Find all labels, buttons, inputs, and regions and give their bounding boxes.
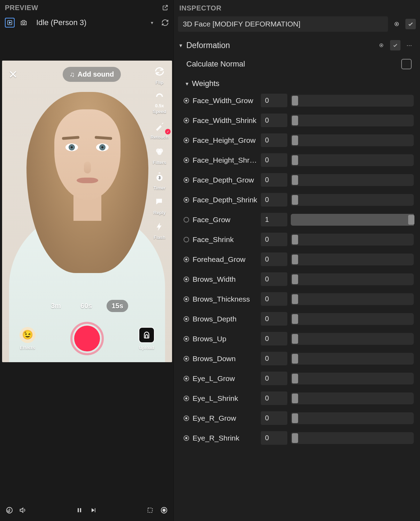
add-sound-button[interactable]: ♫ Add sound	[63, 67, 121, 82]
weight-value-input[interactable]: 0	[261, 133, 287, 147]
weight-slider[interactable]	[291, 214, 414, 226]
weight-radio[interactable]	[184, 98, 189, 103]
slider-thumb[interactable]	[292, 413, 298, 423]
weight-value-input[interactable]: 0	[261, 252, 287, 266]
slider-thumb[interactable]	[292, 394, 298, 403]
slider-thumb[interactable]	[408, 215, 414, 225]
slider-thumb[interactable]	[292, 334, 298, 344]
keyframe-icon[interactable]	[376, 40, 387, 50]
weight-value-input[interactable]: 0	[261, 332, 287, 345]
weight-radio[interactable]	[184, 415, 189, 421]
preview-source-dropdown[interactable]: Idle (Person 3) ▾	[33, 16, 157, 29]
weight-value-input[interactable]: 0	[261, 94, 287, 107]
weight-radio[interactable]	[184, 217, 189, 223]
duration-60s[interactable]: 60s	[76, 300, 97, 312]
weight-slider[interactable]	[291, 134, 414, 146]
side-tool-timer[interactable]: 3Timer	[153, 172, 165, 191]
slider-thumb[interactable]	[292, 195, 298, 205]
weight-radio[interactable]	[184, 257, 189, 262]
weight-slider[interactable]	[291, 432, 414, 444]
weight-value-input[interactable]: 0	[261, 173, 287, 187]
weight-radio[interactable]	[184, 336, 189, 342]
side-tool-flash[interactable]: Flash	[154, 222, 165, 240]
slider-thumb[interactable]	[292, 294, 298, 304]
crop-icon[interactable]	[146, 506, 154, 516]
record-button[interactable]	[70, 322, 104, 355]
side-tool-filters[interactable]: Filters	[153, 146, 166, 165]
close-icon[interactable]: ✕	[8, 68, 18, 81]
slider-thumb[interactable]	[292, 135, 298, 145]
weight-value-input[interactable]: 0	[261, 292, 287, 306]
weight-slider[interactable]	[291, 154, 414, 166]
side-tool-retouch[interactable]: Retouch	[150, 121, 169, 140]
preview-mode-photo-icon[interactable]	[19, 18, 29, 28]
weight-slider[interactable]	[291, 95, 414, 107]
duration-15s[interactable]: 15s	[107, 300, 128, 312]
chevron-down-icon[interactable]: ▾	[186, 80, 188, 87]
weight-slider[interactable]	[291, 174, 414, 186]
apply-check-icon[interactable]	[405, 19, 416, 29]
weight-radio[interactable]	[184, 356, 189, 361]
weight-radio[interactable]	[184, 296, 189, 302]
weight-value-input[interactable]: 0	[261, 431, 287, 445]
weight-slider[interactable]	[291, 313, 414, 325]
slider-thumb[interactable]	[292, 116, 298, 125]
weight-slider[interactable]	[291, 373, 414, 384]
weight-value-input[interactable]: 1	[261, 213, 287, 226]
pause-icon[interactable]	[76, 507, 83, 516]
weight-slider[interactable]	[291, 234, 414, 246]
apply-check-icon[interactable]	[390, 40, 400, 50]
weight-value-input[interactable]: 0	[261, 272, 287, 286]
weight-value-input[interactable]: 0	[261, 352, 287, 365]
weight-value-input[interactable]: 0	[261, 114, 287, 127]
weight-radio[interactable]	[184, 157, 189, 163]
calculate-normal-checkbox[interactable]	[401, 59, 412, 69]
slider-thumb[interactable]	[292, 155, 298, 165]
next-icon[interactable]	[90, 507, 97, 516]
slider-thumb[interactable]	[292, 314, 298, 324]
weight-value-input[interactable]: 0	[261, 312, 287, 326]
upload-button[interactable]: Upload	[139, 327, 155, 350]
slider-thumb[interactable]	[292, 274, 298, 284]
object-name-field[interactable]: 3D Face [MODIFY DEFORMATION]	[178, 16, 388, 32]
weight-radio[interactable]	[184, 197, 189, 203]
weight-radio[interactable]	[184, 435, 189, 441]
volume-icon[interactable]	[19, 506, 26, 516]
side-tool-flip[interactable]: Flip	[154, 66, 165, 85]
weight-slider[interactable]	[291, 115, 414, 126]
effects-button[interactable]: 😉 Effects	[20, 327, 36, 350]
slider-thumb[interactable]	[292, 96, 298, 106]
weight-slider[interactable]	[291, 293, 414, 305]
refresh-icon[interactable]	[161, 18, 169, 27]
weight-value-input[interactable]: 0	[261, 233, 287, 246]
weight-radio[interactable]	[184, 376, 189, 381]
slider-thumb[interactable]	[292, 235, 298, 244]
slider-thumb[interactable]	[292, 433, 298, 443]
chevron-down-icon[interactable]: ▾	[179, 42, 182, 49]
weight-value-input[interactable]: 0	[261, 153, 287, 167]
duration-3m[interactable]: 3m	[46, 300, 66, 312]
slider-thumb[interactable]	[292, 255, 298, 264]
keyframe-icon[interactable]	[391, 19, 402, 29]
more-icon[interactable]: ⋯	[404, 40, 414, 50]
weight-radio[interactable]	[184, 177, 189, 183]
slider-thumb[interactable]	[292, 175, 298, 185]
side-tool-reply[interactable]: Reply	[153, 197, 165, 216]
slider-thumb[interactable]	[292, 374, 298, 383]
slider-thumb[interactable]	[292, 354, 298, 364]
preview-mode-video-icon[interactable]	[5, 18, 15, 28]
weight-value-input[interactable]: 0	[261, 411, 287, 425]
weight-value-input[interactable]: 0	[261, 391, 287, 405]
weight-slider[interactable]	[291, 353, 414, 365]
weight-value-input[interactable]: 0	[261, 193, 287, 207]
weight-slider[interactable]	[291, 194, 414, 206]
weight-radio[interactable]	[184, 316, 189, 322]
weight-slider[interactable]	[291, 392, 414, 404]
weight-slider[interactable]	[291, 333, 414, 345]
weight-radio[interactable]	[184, 138, 189, 143]
popout-icon[interactable]	[161, 3, 169, 12]
weight-radio[interactable]	[184, 118, 189, 123]
weight-slider[interactable]	[291, 254, 414, 265]
weight-slider[interactable]	[291, 273, 414, 285]
side-tool-speed[interactable]: 0.5xSpeed	[153, 92, 166, 115]
